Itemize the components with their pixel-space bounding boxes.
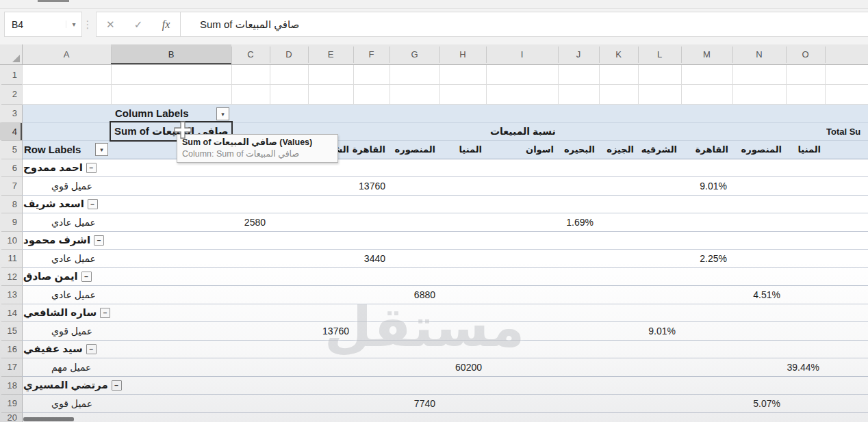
value-cell-H17[interactable]: 60200	[439, 358, 482, 376]
pivot-detail-row-7[interactable]: عميل قوي	[51, 176, 175, 195]
col-header-divider	[231, 47, 232, 63]
formula-buttons: ✕ ✓ fx	[96, 12, 181, 37]
col-header-L[interactable]: L	[638, 44, 681, 64]
col-header-P[interactable]	[825, 44, 868, 64]
value-cell-E15[interactable]: 13760	[308, 321, 349, 340]
pivot-detail-row-17[interactable]: عميل مهم	[51, 358, 175, 376]
pivot-detail-row-11[interactable]: عميل عادي	[51, 249, 175, 267]
value-cell-F11[interactable]: 3440	[353, 249, 385, 267]
col-header-M[interactable]: M	[681, 44, 732, 64]
row-header-16[interactable]: 16	[0, 340, 22, 358]
col-header-F[interactable]: F	[353, 44, 390, 64]
row-header-19[interactable]: 19	[0, 394, 22, 412]
row-header-10[interactable]: 10	[0, 231, 22, 249]
row-header-1[interactable]: 1	[0, 65, 22, 84]
row-header-6[interactable]: 6	[0, 159, 22, 176]
row-header-20[interactable]: 20	[0, 412, 22, 422]
formula-input[interactable]: Sum of صافي المبيعات	[180, 12, 868, 37]
pivot-col-header-N[interactable]: المنصوره	[732, 140, 782, 159]
pivot-detail-row-9[interactable]: عميل عادي	[51, 213, 175, 231]
value-cell-F7[interactable]: 13760	[353, 176, 385, 195]
select-all-corner[interactable]	[0, 44, 22, 64]
pct-cell-M11[interactable]: 2.25%	[681, 249, 727, 267]
pivot-col-header-L[interactable]: الشرقيه	[638, 140, 677, 159]
col-header-divider	[558, 47, 559, 63]
col-header-H[interactable]: H	[439, 44, 486, 64]
pivot-group-row-10[interactable]: اشرف محمود−	[23, 231, 201, 249]
pivot-detail-row-13[interactable]: عميل عادي	[51, 285, 175, 304]
col-header-E[interactable]: E	[308, 44, 353, 64]
col-header-O[interactable]: O	[786, 44, 825, 64]
col-header-K[interactable]: K	[599, 44, 638, 64]
pivot-group-row-14[interactable]: ساره الشافعي−	[23, 304, 201, 321]
name-box-dropdown-icon[interactable]: ▾	[66, 21, 81, 28]
row-header-divider	[1, 304, 22, 304]
col-header-J[interactable]: J	[558, 44, 599, 64]
col-header-B[interactable]: B	[111, 44, 231, 64]
collapse-icon[interactable]: −	[86, 163, 97, 173]
pivot-column-labels[interactable]: Column Labels	[115, 104, 231, 122]
row-header-14[interactable]: 14	[0, 304, 22, 321]
row-header-3[interactable]: 3	[0, 104, 22, 122]
pct-cell-L15[interactable]: 9.01%	[638, 321, 676, 340]
pivot-col-header-O[interactable]: المنيا	[786, 140, 821, 159]
row-header-9[interactable]: 9	[0, 213, 22, 231]
pct-cell-M7[interactable]: 9.01%	[681, 176, 727, 195]
col-header-C[interactable]: C	[231, 44, 270, 64]
row-header-11[interactable]: 11	[0, 249, 22, 267]
collapse-icon[interactable]: −	[88, 199, 98, 209]
collapse-icon[interactable]: −	[100, 308, 110, 318]
pivot-col-header-J[interactable]: البحيره	[558, 140, 595, 159]
cancel-icon[interactable]: ✕	[100, 18, 120, 31]
pct-cell-N19[interactable]: 5.07%	[732, 394, 780, 412]
pct-cell-N13[interactable]: 4.51%	[732, 285, 780, 304]
row-header-divider	[1, 122, 22, 123]
col-header-A[interactable]: A	[22, 44, 111, 64]
pivot-group-row-6[interactable]: احمد ممدوح−	[23, 159, 201, 176]
row-labels-dropdown-icon[interactable]: ▾	[95, 143, 108, 156]
col-header-N[interactable]: N	[732, 44, 786, 64]
row-header-15[interactable]: 15	[0, 321, 22, 340]
pct-cell-J9[interactable]: 1.69%	[558, 213, 593, 231]
pivot-col-header-M[interactable]: القاهرة	[681, 140, 728, 159]
row-header-7[interactable]: 7	[0, 176, 22, 195]
pivot-group-row-16[interactable]: سيد عفيفي−	[23, 340, 201, 358]
pivot-col-header-K[interactable]: الجيزه	[599, 140, 634, 159]
pivot-group-row-8[interactable]: اسعد شريف−	[23, 195, 201, 213]
row-header-17[interactable]: 17	[0, 358, 22, 376]
row-header-12[interactable]: 12	[0, 267, 22, 285]
row-header-8[interactable]: 8	[0, 195, 22, 213]
row-header-5[interactable]: 5	[0, 140, 22, 159]
pivot-col-header-I[interactable]: اسوان	[486, 140, 554, 159]
col-header-G[interactable]: G	[390, 44, 439, 64]
collapse-icon[interactable]: −	[81, 272, 92, 282]
pivot-pct-field-header[interactable]: نسبة المبيعات	[490, 122, 558, 140]
pct-cell-O17[interactable]: 39.44%	[786, 358, 819, 376]
insert-function-icon[interactable]: fx	[156, 18, 177, 31]
pivot-group-row-12[interactable]: ايمن صادق−	[23, 267, 201, 285]
collapse-icon[interactable]: −	[112, 380, 122, 391]
row-header-4[interactable]: 4	[0, 122, 22, 140]
pivot-col-header-F[interactable]: القاهرة	[353, 140, 385, 159]
pivot-col-header-H[interactable]: المنيا	[439, 140, 482, 159]
row-header-18[interactable]: 18	[0, 376, 22, 394]
name-box[interactable]: B4 ▾	[4, 12, 82, 37]
collapse-icon[interactable]: −	[86, 344, 97, 354]
pivot-group-row-18[interactable]: مرتضي المسيري−	[23, 376, 201, 394]
value-cell-G19[interactable]: 7740	[390, 394, 435, 412]
tooltip-line1: Sum of صافي المبيعات (Values)	[182, 137, 333, 147]
row-header-13[interactable]: 13	[0, 285, 22, 304]
pivot-detail-row-19[interactable]: عميل قوي	[51, 394, 175, 412]
col-header-D[interactable]: D	[270, 44, 308, 64]
enter-icon[interactable]: ✓	[128, 18, 149, 31]
pivot-total-header[interactable]: Total Su	[826, 122, 868, 140]
pivot-detail-row-15[interactable]: عميل قوي	[51, 321, 175, 340]
collapse-icon[interactable]: −	[94, 235, 104, 246]
value-cell-C9[interactable]: 2580	[231, 213, 266, 231]
value-cell-G13[interactable]: 6880	[390, 285, 435, 304]
row-header-2[interactable]: 2	[0, 84, 22, 104]
pivot-col-header-G[interactable]: المنصوره	[390, 140, 435, 159]
col-header-I[interactable]: I	[486, 44, 558, 64]
formula-bar-splitter[interactable]: ⋮	[84, 14, 92, 34]
column-labels-dropdown-icon[interactable]: ▾	[216, 107, 229, 120]
